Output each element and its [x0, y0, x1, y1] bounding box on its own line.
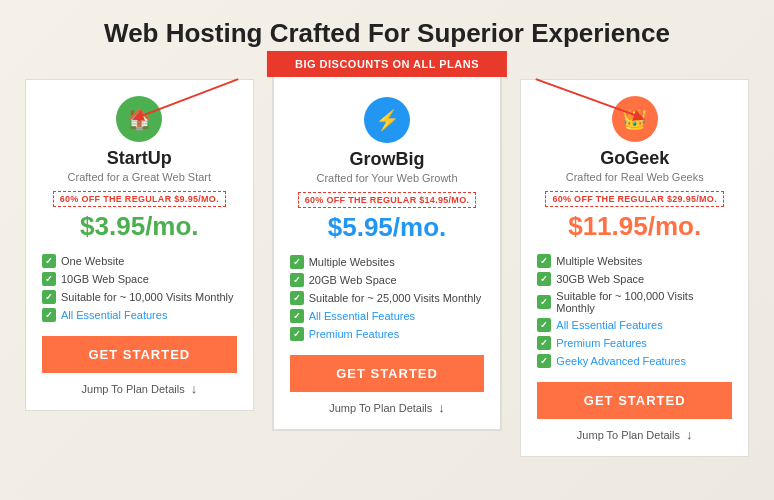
check-icon	[537, 272, 551, 286]
feature-item: Geeky Advanced Features	[537, 352, 732, 370]
feature-item: All Essential Features	[537, 316, 732, 334]
startup-name: StartUp	[107, 148, 172, 169]
gogeek-price: $11.95/mo.	[568, 211, 701, 242]
jump-arrow-icon: ↓	[686, 427, 693, 442]
growbig-jump[interactable]: Jump To Plan Details ↓	[290, 392, 485, 417]
startup-features: One Website 10GB Web Space Suitable for …	[42, 252, 237, 324]
growbig-price: $5.95/mo.	[328, 212, 447, 243]
feature-item: Suitable for ~ 10,000 Visits Monthly	[42, 288, 237, 306]
growbig-icon: ⚡	[364, 97, 410, 143]
discount-banner: BIG DISCOUNTS ON ALL PLANS	[267, 51, 507, 77]
check-icon	[290, 327, 304, 341]
feature-item: All Essential Features	[290, 307, 485, 325]
check-icon	[42, 308, 56, 322]
gogeek-name: GoGeek	[600, 148, 669, 169]
feature-item: Premium Features	[537, 334, 732, 352]
gogeek-jump[interactable]: Jump To Plan Details ↓	[537, 419, 732, 444]
check-icon	[42, 254, 56, 268]
jump-arrow-icon: ↓	[438, 400, 445, 415]
check-icon	[290, 273, 304, 287]
feature-link[interactable]: Geeky Advanced Features	[556, 355, 686, 367]
startup-cta[interactable]: GET STARTED	[42, 336, 237, 373]
feature-item: Multiple Websites	[290, 253, 485, 271]
plan-gogeek: 👑 GoGeek Crafted for Real Web Geeks 60% …	[520, 79, 749, 457]
jump-arrow-icon: ↓	[191, 381, 198, 396]
check-icon	[537, 336, 551, 350]
feature-item: Multiple Websites	[537, 252, 732, 270]
startup-tagline: Crafted for a Great Web Start	[68, 171, 211, 183]
startup-discount: 60% OFF THE REGULAR $9.95/MO.	[53, 191, 226, 207]
startup-icon: 🏠	[116, 96, 162, 142]
growbig-features: Multiple Websites 20GB Web Space Suitabl…	[290, 253, 485, 343]
plan-growbig: ⚡ GrowBig Crafted for Your Web Growth 60…	[272, 71, 503, 431]
growbig-name: GrowBig	[350, 149, 425, 170]
feature-item: 20GB Web Space	[290, 271, 485, 289]
feature-item: Suitable for ~ 100,000 Visits Monthly	[537, 288, 732, 316]
feature-item: Premium Features	[290, 325, 485, 343]
check-icon	[42, 290, 56, 304]
feature-link[interactable]: All Essential Features	[61, 309, 167, 321]
check-icon	[537, 318, 551, 332]
check-icon	[537, 354, 551, 368]
gogeek-features: Multiple Websites 30GB Web Space Suitabl…	[537, 252, 732, 370]
feature-link[interactable]: All Essential Features	[556, 319, 662, 331]
feature-link[interactable]: Premium Features	[309, 328, 399, 340]
plan-startup: 🏠 StartUp Crafted for a Great Web Start …	[25, 79, 254, 411]
check-icon	[42, 272, 56, 286]
gogeek-tagline: Crafted for Real Web Geeks	[566, 171, 704, 183]
gogeek-icon: 👑	[612, 96, 658, 142]
startup-price: $3.95/mo.	[80, 211, 199, 242]
feature-item: One Website	[42, 252, 237, 270]
check-icon	[290, 309, 304, 323]
feature-item: Suitable for ~ 25,000 Visits Monthly	[290, 289, 485, 307]
page-wrapper: Web Hosting Crafted For Superior Experie…	[0, 0, 774, 500]
check-icon	[537, 254, 551, 268]
startup-jump[interactable]: Jump To Plan Details ↓	[42, 373, 237, 398]
feature-item: All Essential Features	[42, 306, 237, 324]
feature-item: 30GB Web Space	[537, 270, 732, 288]
growbig-discount: 60% OFF THE REGULAR $14.95/MO.	[298, 192, 477, 208]
growbig-tagline: Crafted for Your Web Growth	[316, 172, 457, 184]
feature-link[interactable]: Premium Features	[556, 337, 646, 349]
check-icon	[290, 291, 304, 305]
page-title: Web Hosting Crafted For Superior Experie…	[104, 18, 670, 49]
growbig-cta[interactable]: GET STARTED	[290, 355, 485, 392]
feature-item: 10GB Web Space	[42, 270, 237, 288]
gogeek-discount: 60% OFF THE REGULAR $29.95/MO.	[545, 191, 724, 207]
feature-link[interactable]: All Essential Features	[309, 310, 415, 322]
check-icon	[537, 295, 551, 309]
gogeek-cta[interactable]: GET STARTED	[537, 382, 732, 419]
check-icon	[290, 255, 304, 269]
